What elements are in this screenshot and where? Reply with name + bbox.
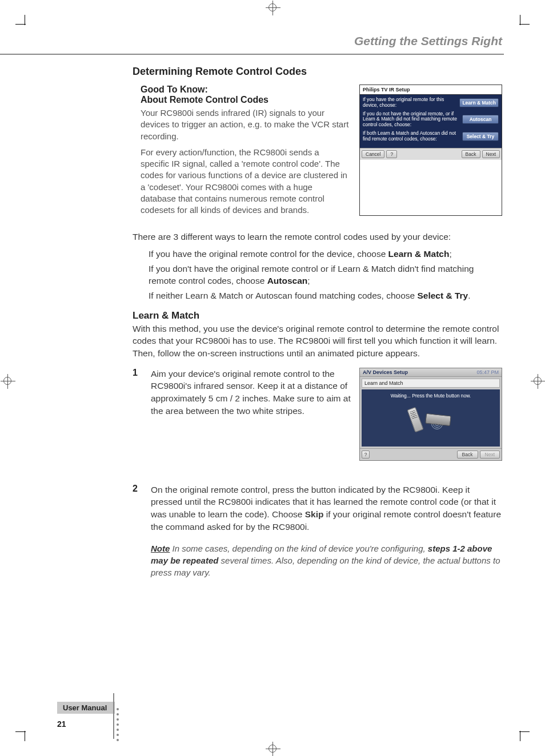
crop-mark	[519, 24, 530, 25]
chapter-title: Getting the Settings Right	[354, 34, 502, 48]
crop-mark	[520, 731, 520, 741]
content-area: Determining Remote Control Codes Good To…	[133, 66, 502, 578]
page: Getting the Settings Right Determining R…	[0, 0, 545, 756]
next-button[interactable]: Next	[480, 451, 500, 459]
registration-mark	[269, 745, 276, 753]
screenshot-learn-match: A/V Devices Setup 05:47 PM Learn and Mat…	[359, 368, 502, 461]
ss1-footer: Cancel ? Back Next	[360, 148, 502, 160]
good-to-know-text: Good To Know: About Remote Control Codes…	[133, 85, 349, 216]
footer-label: User Manual	[57, 702, 115, 714]
intro-bullet-2: If you don't have the original remote co…	[149, 263, 502, 287]
ss2-waiting-text: Waiting... Press the Mute button now.	[362, 393, 500, 399]
header-rule	[0, 54, 504, 55]
intro-lead: There are 3 different ways to learn the …	[133, 231, 502, 243]
step-2-num: 2	[133, 484, 143, 533]
learn-match-button[interactable]: Learn & Match	[459, 98, 499, 107]
intro-block: There are 3 different ways to learn the …	[133, 231, 502, 301]
back-button[interactable]: Back	[462, 150, 480, 158]
gtk-line2: About Remote Control Codes	[141, 95, 349, 105]
autoscan-button[interactable]: Autoscan	[462, 115, 499, 124]
screenshot-ir-setup: Philips TV IR Setup If you have the orig…	[359, 85, 502, 216]
crop-mark	[15, 24, 26, 25]
ss1-row-1: If you have the original remote for this…	[363, 97, 499, 108]
section-title: Determining Remote Control Codes	[133, 66, 502, 78]
help-button[interactable]: ?	[362, 451, 370, 459]
ss1-body: If you have the original remote for this…	[360, 95, 502, 148]
gtk-para2: For every action/function, the RC9800i s…	[141, 147, 349, 216]
sensor-icon	[425, 413, 451, 426]
help-button[interactable]: ?	[386, 150, 397, 158]
learn-match-body: With this method, you use the device's o…	[133, 323, 502, 360]
gtk-line1: Good To Know:	[141, 85, 349, 95]
registration-mark	[534, 377, 542, 385]
note-lead: Note	[151, 544, 170, 553]
ss2-subtitle: Learn and Match	[362, 379, 500, 388]
good-to-know-box: Good To Know: About Remote Control Codes…	[133, 85, 502, 216]
step-1-text: Aim your device's original remote contro…	[151, 368, 351, 461]
ss1-row-3: If both Learn & Match and Autoscan did n…	[363, 131, 499, 142]
ss1-title: Philips TV IR Setup	[360, 85, 502, 95]
ss2-stage: Waiting... Press the Mute button now.	[362, 389, 500, 447]
ss2-title: A/V Devices Setup	[363, 369, 408, 375]
next-button[interactable]: Next	[482, 150, 500, 158]
remote-icon	[407, 407, 423, 432]
ss1-text-3: If both Learn & Match and Autoscan did n…	[363, 131, 460, 142]
step-1: 1 Aim your device's original remote cont…	[133, 368, 502, 461]
crop-mark	[15, 731, 26, 732]
gtk-para1: Your RC9800i sends infrared (IR) signals…	[141, 107, 349, 142]
step-2: 2 On the original remote control, press …	[133, 484, 502, 533]
footer-dots	[117, 708, 119, 741]
back-button[interactable]: Back	[457, 451, 478, 459]
registration-mark	[3, 377, 11, 385]
page-number: 21	[57, 719, 66, 729]
intro-bullet-3: If neither Learn & Match or Autoscan fou…	[149, 289, 502, 302]
ss2-illustration	[411, 408, 451, 432]
cancel-button[interactable]: Cancel	[362, 150, 384, 158]
select-try-button[interactable]: Select & Try	[462, 132, 499, 141]
ss1-text-2: If you do not have the original remote, …	[363, 111, 460, 128]
note: Note In some cases, depending on the kin…	[151, 542, 502, 578]
step-1-num: 1	[133, 368, 143, 461]
ss2-titlebar: A/V Devices Setup 05:47 PM	[360, 368, 502, 377]
footer-rule	[113, 693, 114, 739]
intro-bullet-1: If you have the original remote control …	[149, 248, 502, 260]
registration-mark	[269, 3, 276, 11]
ss1-row-2: If you do not have the original remote, …	[363, 111, 499, 128]
learn-match-heading: Learn & Match	[133, 310, 502, 321]
crop-mark	[25, 731, 25, 741]
ss2-footer: ? Back Next	[360, 448, 502, 460]
ss1-text-1: If you have the original remote for this…	[363, 97, 457, 108]
crop-mark	[519, 731, 530, 732]
step-2-text: On the original remote control, press th…	[151, 484, 502, 533]
ss2-time: 05:47 PM	[476, 369, 499, 375]
